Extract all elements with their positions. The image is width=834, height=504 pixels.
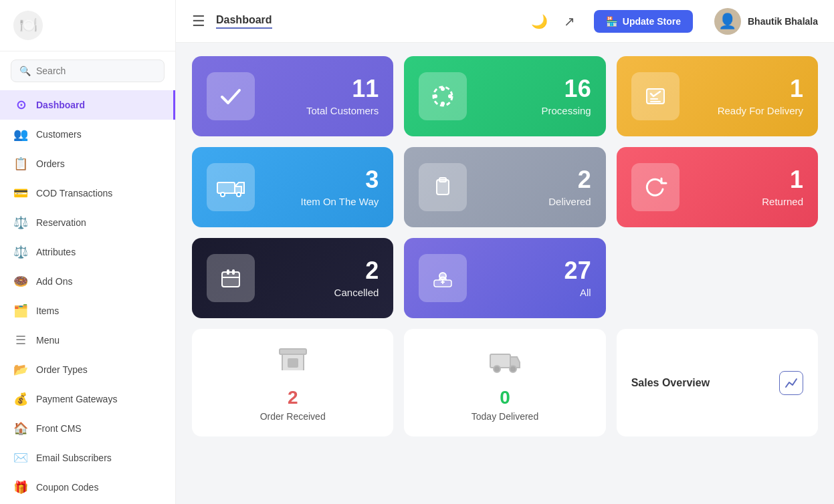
svg-rect-25 [490,354,510,368]
cancelled-icon [207,254,255,302]
ready-for-delivery-label: Ready For Delivery [692,105,803,116]
cancelled-number: 2 [267,259,379,283]
sidebar-item-label: Front CMS [36,423,82,434]
returned-icon [631,163,680,211]
sidebar-item-attributes[interactable]: ⚖️ Attributes [0,237,175,267]
order-received-icon [276,344,310,382]
empty-slot [617,238,818,318]
hamburger-icon[interactable]: ☰ [192,13,205,30]
sidebar-nav: ⊙ Dashboard 👥 Customers 📋 Orders 💳 COD T… [0,90,175,502]
search-box[interactable]: 🔍 [11,59,165,82]
sidebar-item-label: Email Subscribers [36,453,112,463]
sidebar-item-front-cms[interactable]: 🏠 Front CMS [0,414,175,443]
svg-point-4 [433,94,437,98]
sidebar-item-reservation[interactable]: ⚖️ Reservation [0,208,175,237]
svg-point-1 [441,87,445,91]
dark-mode-icon[interactable]: 🌙 [531,13,548,29]
sidebar-item-label: Attributes [36,247,76,257]
sidebar-item-items[interactable]: 🗂️ Items [0,296,175,326]
email-icon: ✉️ [13,451,28,465]
app-logo: 🍽️ [13,11,43,40]
external-link-icon[interactable]: ↗ [564,13,575,29]
ready-for-delivery-info: 1 Ready For Delivery [692,77,803,116]
svg-point-11 [221,193,224,196]
svg-rect-8 [217,182,235,193]
svg-point-2 [448,94,452,98]
cms-icon: 🏠 [13,421,28,436]
processing-label: Processing [479,105,591,116]
sales-chart-button[interactable] [779,371,803,395]
item-on-the-way-info: 3 Item On The Way [267,168,379,207]
today-delivered-card: 0 Today Delivered [404,329,605,436]
sidebar-item-customers[interactable]: 👥 Customers [0,120,175,149]
attributes-icon: ⚖️ [13,245,28,259]
search-icon: 🔍 [19,66,31,76]
sidebar-item-label: Reservation [36,217,86,228]
sidebar-item-email-subscribers[interactable]: ✉️ Email Subscribers [0,443,175,473]
cod-icon: 💳 [13,186,28,201]
search-input[interactable] [36,66,156,76]
sidebar-item-label: Add Ons [36,276,72,287]
total-customers-info: 11 Total Customers [267,77,379,116]
stat-card-returned: 1 Returned [617,147,818,227]
svg-point-26 [494,366,500,372]
svg-rect-16 [227,269,229,275]
sidebar-item-label: Orders [36,158,65,169]
today-delivered-label: Today Delivered [472,411,538,422]
sidebar-item-orders[interactable]: 📋 Orders [0,149,175,178]
header: ☰ Dashboard 🌙 ↗ 🏪 Update Store 👤 Bhautik… [176,0,834,43]
delivered-label: Delivered [479,196,591,207]
processing-info: 16 Processing [479,77,591,116]
item-on-the-way-icon [207,163,255,211]
all-info: 27 All [479,259,591,298]
svg-rect-24 [288,358,298,368]
stat-card-processing: 16 Processing [404,56,605,136]
sidebar-item-add-ons[interactable]: 🍩 Add Ons [0,267,175,296]
svg-rect-17 [232,269,235,275]
svg-point-27 [510,366,516,372]
sidebar-item-cod-transactions[interactable]: 💳 COD Transactions [0,178,175,208]
order-received-number: 2 [288,387,298,408]
bottom-cards-grid: 2 Order Received 0 Today Delivered Sales… [192,329,818,436]
processing-icon [419,72,467,120]
dashboard-content: 11 Total Customers 16 Pro [176,43,834,504]
user-menu[interactable]: 👤 Bhautik Bhalala [714,8,818,35]
order-received-label: Order Received [260,411,326,422]
update-store-button[interactable]: 🏪 Update Store [594,10,693,33]
page-title: Dashboard [216,14,272,29]
logo-area: 🍽️ [0,0,175,51]
returned-info: 1 Returned [692,168,803,207]
delivered-info: 2 Delivered [479,168,591,207]
stat-card-total-customers: 11 Total Customers [192,56,393,136]
sidebar-item-dashboard[interactable]: ⊙ Dashboard [0,90,175,120]
delivered-icon [419,163,467,211]
returned-label: Returned [692,196,803,207]
sidebar-item-label: Payment Gateways [36,394,117,404]
sidebar-item-payment-gateways[interactable]: 💰 Payment Gateways [0,384,175,414]
ready-for-delivery-number: 1 [692,77,803,101]
sidebar-item-coupon-codes[interactable]: 🎁 Coupon Codes [0,473,175,502]
coupon-icon: 🎁 [13,480,28,495]
delivered-number: 2 [479,168,591,192]
svg-rect-14 [439,178,446,182]
cancelled-label: Cancelled [267,287,379,298]
sidebar-item-menu[interactable]: ☰ Menu [0,326,175,355]
order-types-icon: 📂 [13,362,28,377]
stats-grid: 11 Total Customers 16 Pro [192,56,818,318]
returned-number: 1 [692,168,803,192]
all-label: All [479,287,591,298]
all-number: 27 [479,259,591,283]
stat-card-ready-for-delivery: 1 Ready For Delivery [617,56,818,136]
today-delivered-number: 0 [500,387,510,408]
items-icon: 🗂️ [13,303,28,318]
order-received-card: 2 Order Received [192,329,393,436]
sidebar-item-label: Order Types [36,364,88,375]
sidebar-item-order-types[interactable]: 📂 Order Types [0,355,175,384]
total-customers-label: Total Customers [267,105,379,116]
all-icon [419,254,467,302]
sidebar-item-label: Customers [36,129,82,140]
ready-for-delivery-icon [631,72,680,120]
main-content: ☰ Dashboard 🌙 ↗ 🏪 Update Store 👤 Bhautik… [176,0,834,504]
sidebar-item-label: Menu [36,335,60,346]
processing-number: 16 [479,77,591,101]
